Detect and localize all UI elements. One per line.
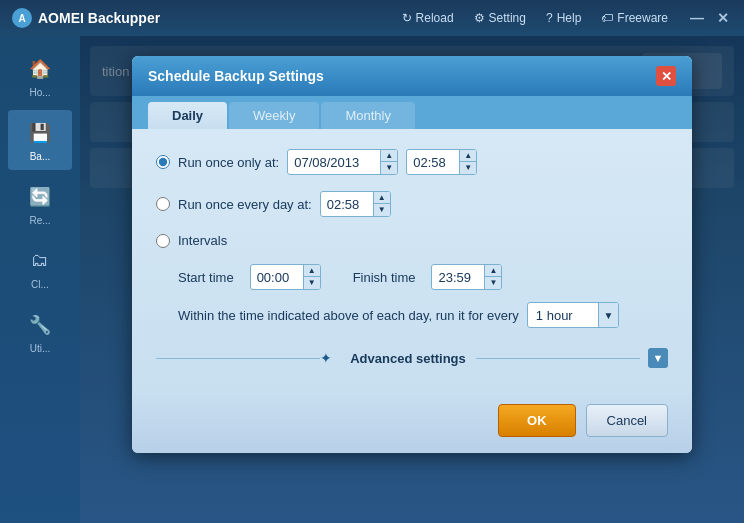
- every-day-up-button[interactable]: ▲: [374, 192, 390, 204]
- app-brand: A AOMEI Backupper: [12, 8, 402, 28]
- cancel-button[interactable]: Cancel: [586, 404, 668, 437]
- finish-time-spinners: ▲ ▼: [484, 265, 501, 289]
- within-row: Within the time indicated above of each …: [178, 302, 668, 328]
- dialog-header: Schedule Backup Settings ✕: [132, 56, 692, 96]
- window-controls: — ✕: [688, 9, 732, 27]
- run-every-day-radio[interactable]: [156, 197, 170, 211]
- tab-monthly[interactable]: Monthly: [321, 102, 415, 129]
- app-title: AOMEI Backupper: [38, 10, 160, 26]
- sidebar-label-backup: Ba...: [30, 151, 51, 162]
- wrench-icon: ✦: [320, 350, 332, 366]
- finish-time-down-button[interactable]: ▼: [485, 277, 501, 289]
- every-day-time-field[interactable]: [321, 194, 371, 215]
- setting-nav[interactable]: ⚙ Setting: [474, 11, 526, 25]
- run-every-day-time-input[interactable]: ▲ ▼: [320, 191, 391, 217]
- finish-time-up-button[interactable]: ▲: [485, 265, 501, 277]
- app-window: A AOMEI Backupper ↻ Reload ⚙ Setting ? H…: [0, 0, 744, 523]
- main-content: tition or Volume Backup Schedule Backup …: [80, 36, 744, 523]
- date-up-button[interactable]: ▲: [381, 150, 397, 162]
- run-once-row: Run once only at: ▲ ▼: [156, 149, 668, 175]
- finish-time-label: Finish time: [353, 270, 416, 285]
- advanced-settings-label: Advanced settings: [340, 351, 476, 366]
- run-once-time-input[interactable]: ▲ ▼: [406, 149, 477, 175]
- run-once-date-input[interactable]: ▲ ▼: [287, 149, 398, 175]
- time-up-button[interactable]: ▲: [460, 150, 476, 162]
- interval-dropdown[interactable]: 1 hour ▼: [527, 302, 619, 328]
- clone-icon: 🗂: [26, 247, 54, 275]
- tab-weekly[interactable]: Weekly: [229, 102, 319, 129]
- reload-nav[interactable]: ↻ Reload: [402, 11, 454, 25]
- app-content: 🏠 Ho... 💾 Ba... 🔄 Re... 🗂 Cl... 🔧 Uti...: [0, 36, 744, 523]
- sidebar-label-clone: Cl...: [31, 279, 49, 290]
- sidebar-item-home[interactable]: 🏠 Ho...: [8, 46, 72, 106]
- sidebar-item-clone[interactable]: 🗂 Cl...: [8, 238, 72, 298]
- every-day-time-spinners: ▲ ▼: [373, 192, 390, 216]
- finish-time-input[interactable]: ▲ ▼: [431, 264, 502, 290]
- freeware-nav[interactable]: 🏷 Freeware: [601, 11, 668, 25]
- sidebar-label-utility: Uti...: [30, 343, 51, 354]
- time-field[interactable]: [407, 152, 457, 173]
- advanced-left-line: [156, 358, 320, 359]
- start-time-down-button[interactable]: ▼: [304, 277, 320, 289]
- app-logo: A: [12, 8, 32, 28]
- dropdown-arrow-icon[interactable]: ▼: [598, 303, 618, 327]
- intervals-radio-row: Intervals: [156, 233, 668, 248]
- sidebar: 🏠 Ho... 💾 Ba... 🔄 Re... 🗂 Cl... 🔧 Uti...: [0, 36, 80, 523]
- intervals-section: Intervals Start time ▲ ▼: [156, 233, 668, 328]
- sidebar-item-utility[interactable]: 🔧 Uti...: [8, 302, 72, 362]
- restore-icon: 🔄: [26, 183, 54, 211]
- intervals-radio[interactable]: [156, 234, 170, 248]
- intervals-time-row: Start time ▲ ▼ Finish time: [178, 264, 668, 290]
- run-every-day-label: Run once every day at:: [178, 197, 312, 212]
- advanced-right-line: [476, 358, 640, 359]
- dialog-close-button[interactable]: ✕: [656, 66, 676, 86]
- minimize-button[interactable]: —: [688, 9, 706, 27]
- dialog-footer: OK Cancel: [132, 392, 692, 453]
- date-spinners: ▲ ▼: [380, 150, 397, 174]
- sidebar-label-home: Ho...: [29, 87, 50, 98]
- sidebar-label-restore: Re...: [29, 215, 50, 226]
- ok-button[interactable]: OK: [498, 404, 576, 437]
- date-down-button[interactable]: ▼: [381, 162, 397, 174]
- tabs-container: Daily Weekly Monthly: [132, 96, 692, 129]
- within-text: Within the time indicated above of each …: [178, 308, 519, 323]
- title-bar-nav: ↻ Reload ⚙ Setting ? Help 🏷 Freeware: [402, 11, 668, 25]
- reload-icon: ↻: [402, 11, 412, 25]
- sidebar-item-backup[interactable]: 💾 Ba...: [8, 110, 72, 170]
- dialog-title: Schedule Backup Settings: [148, 68, 324, 84]
- help-nav[interactable]: ? Help: [546, 11, 581, 25]
- dialog-body: Run once only at: ▲ ▼: [132, 129, 692, 392]
- interval-value: 1 hour: [528, 305, 598, 326]
- utility-icon: 🔧: [26, 311, 54, 339]
- sidebar-item-restore[interactable]: 🔄 Re...: [8, 174, 72, 234]
- start-time-label: Start time: [178, 270, 234, 285]
- tag-icon: 🏷: [601, 11, 613, 25]
- advanced-settings-chevron[interactable]: ▼: [648, 348, 668, 368]
- modal-overlay: Schedule Backup Settings ✕ Daily Weekly …: [80, 36, 744, 523]
- start-time-field[interactable]: [251, 267, 301, 288]
- run-every-day-row: Run once every day at: ▲ ▼: [156, 191, 668, 217]
- time-spinners: ▲ ▼: [459, 150, 476, 174]
- home-icon: 🏠: [26, 55, 54, 83]
- gear-icon: ⚙: [474, 11, 485, 25]
- run-once-radio[interactable]: [156, 155, 170, 169]
- tab-daily[interactable]: Daily: [148, 102, 227, 129]
- help-icon: ?: [546, 11, 553, 25]
- start-time-spinners: ▲ ▼: [303, 265, 320, 289]
- close-button[interactable]: ✕: [714, 9, 732, 27]
- intervals-label: Intervals: [178, 233, 227, 248]
- start-time-up-button[interactable]: ▲: [304, 265, 320, 277]
- run-once-label: Run once only at:: [178, 155, 279, 170]
- schedule-backup-dialog: Schedule Backup Settings ✕ Daily Weekly …: [132, 56, 692, 453]
- start-time-input[interactable]: ▲ ▼: [250, 264, 321, 290]
- title-bar: A AOMEI Backupper ↻ Reload ⚙ Setting ? H…: [0, 0, 744, 36]
- finish-time-field[interactable]: [432, 267, 482, 288]
- backup-icon: 💾: [26, 119, 54, 147]
- advanced-settings-bar: ✦ Advanced settings ▼: [156, 340, 668, 376]
- date-field[interactable]: [288, 152, 378, 173]
- time-down-button[interactable]: ▼: [460, 162, 476, 174]
- every-day-down-button[interactable]: ▼: [374, 204, 390, 216]
